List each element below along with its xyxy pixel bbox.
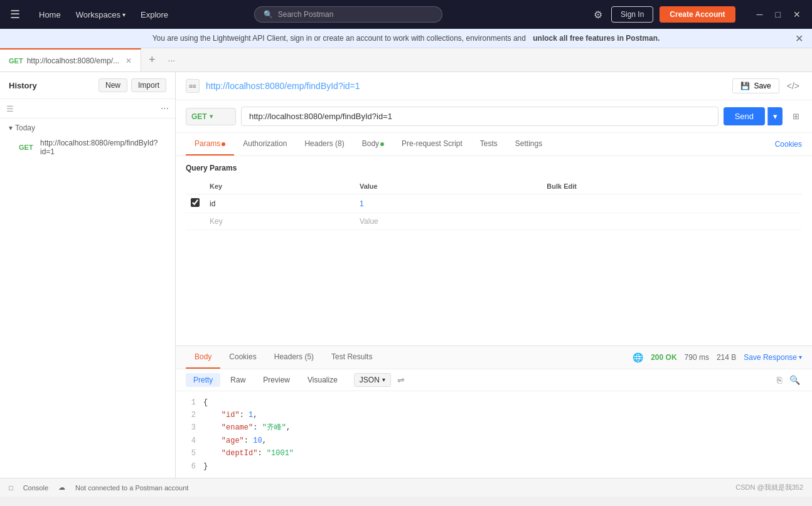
code-icon[interactable]: </> (784, 78, 802, 93)
code-line-1: 1 { (186, 396, 802, 409)
nav-explore[interactable]: Explore (134, 6, 174, 23)
list-item[interactable]: GET http://localhost:8080/emp/findById?i… (9, 136, 166, 159)
console-icon: □ (9, 484, 13, 492)
nav-bar: Home Workspaces ▾ Explore (33, 6, 174, 23)
settings-gear-icon[interactable]: ⚙ (591, 6, 605, 23)
tab-tests[interactable]: Tests (471, 133, 506, 155)
code-line-3: 3 "ename": "齐峰", (186, 421, 802, 434)
save-response-button[interactable]: Save Response ▾ (744, 353, 802, 362)
response-size: 214 B (717, 353, 736, 362)
request-area: ≡≡ http://localhost:8080/emp/findById?id… (176, 72, 812, 478)
copy-icon[interactable]: ⎘ (775, 373, 784, 387)
save-button[interactable]: 💾 Save (732, 78, 779, 93)
method-select[interactable]: GET ▾ (186, 108, 236, 125)
json-format-select[interactable]: JSON ▾ (354, 373, 391, 387)
tab-method-label: GET (9, 57, 23, 65)
console-label[interactable]: Console (23, 484, 48, 492)
code-viewer: 1 { 2 "id": 1, 3 "ename": "齐峰", (176, 391, 812, 478)
history-method-label: GET (19, 144, 36, 151)
col-key: Key (205, 179, 355, 194)
save-icon: 💾 (740, 82, 750, 90)
col-checkbox (186, 179, 205, 194)
nav-workspaces[interactable]: Workspaces ▾ (70, 6, 132, 23)
request-url-display: http://localhost:8080/emp/findById?id=1 (206, 81, 726, 91)
search-bar[interactable]: 🔍 Search Postman (254, 6, 442, 23)
response-tab-test-results[interactable]: Test Results (323, 346, 381, 369)
new-tab-icon[interactable]: + (141, 53, 163, 66)
globe-icon: 🌐 (633, 352, 643, 362)
tab-params[interactable]: Params (186, 133, 234, 155)
filter-icon: ☰ (6, 104, 14, 113)
tab-body[interactable]: Body (353, 133, 393, 155)
cookies-link[interactable]: Cookies (775, 140, 802, 149)
code-line-6: 6 } (186, 460, 802, 473)
empty-value-cell[interactable]: Value (355, 213, 542, 230)
response-tab-headers[interactable]: Headers (5) (265, 346, 323, 369)
banner-close-icon[interactable]: ✕ (795, 33, 803, 45)
info-banner: You are using the Lightweight API Client… (0, 29, 812, 48)
banner-bold-text: unlock all free features in Postman. (533, 34, 660, 43)
sidebar-more-icon[interactable]: ··· (161, 103, 169, 114)
search-response-icon[interactable]: 🔍 (788, 373, 802, 387)
section-chevron-icon: ▾ (9, 124, 13, 132)
status-bar: □ Console ☁ Not connected to a Postman a… (0, 478, 812, 497)
hamburger-menu-icon[interactable]: ☰ (8, 5, 23, 24)
tab-close-icon[interactable]: ✕ (126, 56, 132, 65)
close-icon[interactable]: ✕ (789, 8, 804, 21)
minimize-icon[interactable]: ─ (753, 8, 767, 21)
signin-button[interactable]: Sign In (611, 6, 653, 23)
status-ok-badge: 200 OK (651, 353, 676, 362)
network-icon: ☁ (58, 483, 65, 492)
code-line-5: 5 "deptId": "1001" (186, 447, 802, 460)
new-button[interactable]: New (99, 78, 127, 92)
tab-authorization[interactable]: Authorization (234, 133, 296, 155)
create-account-button[interactable]: Create Account (660, 6, 735, 23)
history-url-label: http://localhost:8080/emp/findById?id=1 (40, 139, 166, 156)
url-bar: GET ▾ Send ▾ ⊞ (176, 100, 812, 133)
table-row-empty: Key Value (186, 213, 802, 230)
row-value-cell[interactable]: 1 (355, 194, 542, 213)
response-time: 790 ms (685, 353, 709, 362)
sidebar-filter-input[interactable] (18, 104, 157, 113)
request-icon: ≡≡ (186, 79, 200, 93)
nav-home[interactable]: Home (33, 6, 67, 23)
sidebar-filter: ☰ ··· (0, 99, 175, 119)
request-header: ≡≡ http://localhost:8080/emp/findById?id… (176, 72, 812, 100)
url-input[interactable] (241, 107, 719, 126)
send-dropdown-button[interactable]: ▾ (767, 107, 783, 125)
row-description-cell (542, 194, 802, 213)
row-checkbox[interactable] (191, 198, 200, 207)
import-button[interactable]: Import (131, 78, 166, 92)
response-tab-cookies[interactable]: Cookies (220, 346, 265, 369)
tab-headers[interactable]: Headers (8) (296, 133, 353, 155)
response-tabs-bar: Body Cookies Headers (5) Test Results 🌐 … (176, 346, 812, 369)
tab-settings[interactable]: Settings (506, 133, 551, 155)
bulk-edit-button[interactable]: Bulk Edit (542, 179, 802, 194)
request-header-actions: 💾 Save </> (732, 78, 802, 93)
format-visualize[interactable]: Visualize (300, 373, 345, 387)
titlebar-actions: ⚙ Sign In Create Account (591, 6, 735, 23)
tab-get-request[interactable]: GET http://localhost:8080/emp/... ✕ (0, 48, 141, 71)
empty-key-cell[interactable]: Key (205, 213, 355, 230)
format-raw[interactable]: Raw (223, 373, 253, 387)
method-chevron-icon: ▾ (210, 113, 213, 120)
sidebar-header: History New Import (0, 72, 175, 99)
tab-bar: GET http://localhost:8080/emp/... ✕ + ··… (0, 48, 812, 72)
titlebar: ☰ Home Workspaces ▾ Explore 🔍 Search Pos… (0, 0, 812, 29)
format-preview[interactable]: Preview (255, 373, 297, 387)
response-status: 🌐 200 OK 790 ms 214 B Save Response ▾ (633, 352, 802, 362)
query-params-title: Query Params (186, 164, 802, 172)
side-panel-icon[interactable]: ⊞ (790, 109, 802, 124)
wrap-icon[interactable]: ⇌ (393, 373, 409, 387)
send-button[interactable]: Send (724, 107, 765, 125)
maximize-icon[interactable]: □ (772, 8, 784, 21)
tab-more-icon[interactable]: ··· (163, 55, 181, 65)
format-pretty[interactable]: Pretty (186, 373, 220, 387)
window-controls: ─ □ ✕ (753, 8, 804, 21)
row-key-cell[interactable]: id (205, 194, 355, 213)
search-icon: 🔍 (264, 10, 273, 19)
tab-pre-request-script[interactable]: Pre-request Script (393, 133, 471, 155)
response-tab-body[interactable]: Body (186, 346, 220, 369)
section-today-label[interactable]: ▾ Today (9, 124, 166, 132)
table-row: id 1 (186, 194, 802, 213)
